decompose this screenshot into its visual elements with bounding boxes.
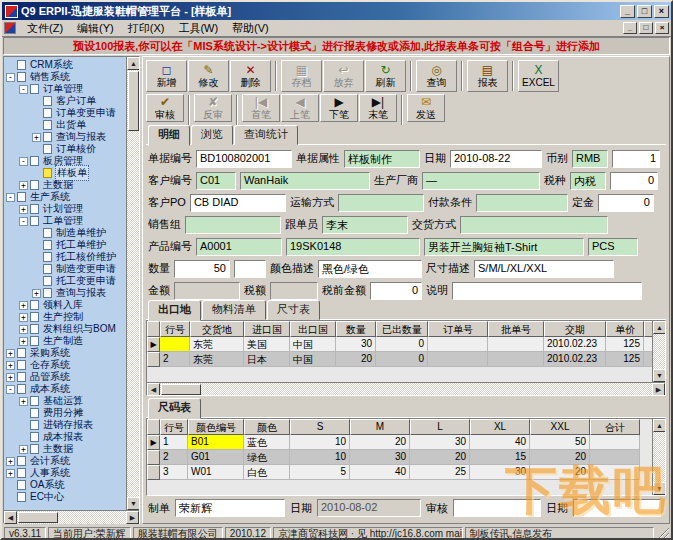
new-button[interactable]: ◻新增	[146, 60, 187, 92]
grid-cell[interactable]: 0	[644, 352, 652, 367]
field-input[interactable]: 李末	[322, 216, 408, 234]
grid-cell[interactable]: 5	[290, 465, 350, 480]
grid-cell[interactable]: 15	[470, 450, 530, 465]
collapse-icon[interactable]: -	[19, 85, 28, 94]
report-button[interactable]: ▤报表	[467, 60, 508, 92]
column-header-交货地[interactable]: 交货地	[190, 321, 244, 337]
column-header-交期[interactable]: 交期	[544, 321, 606, 337]
grid-vertical-scrollbar[interactable]: ▲▼	[652, 321, 665, 382]
grid-cell[interactable]	[488, 337, 544, 352]
grid-cell[interactable]: 1	[160, 435, 188, 450]
expand-icon[interactable]: +	[19, 397, 28, 406]
tab-明细[interactable]: 明细	[148, 125, 190, 146]
menu-item-编辑(Y)[interactable]: 编辑(Y)	[70, 20, 121, 37]
child-restore-button[interactable]: □	[639, 22, 653, 34]
scroll-thumb[interactable]	[18, 512, 58, 523]
menu-item-工具(W)[interactable]: 工具(W)	[171, 20, 225, 37]
field-input[interactable]: PCS	[588, 238, 638, 256]
grid-cell[interactable]: W01	[188, 465, 244, 480]
expand-icon[interactable]: +	[19, 445, 28, 454]
scroll-right-icon[interactable]: ▶	[652, 383, 665, 396]
column-header-出口国[interactable]: 出口国	[290, 321, 336, 337]
collapse-icon[interactable]: -	[6, 193, 15, 202]
collapse-icon[interactable]: -	[19, 217, 28, 226]
grid-cell[interactable]: 40	[470, 435, 530, 450]
expand-icon[interactable]: +	[19, 325, 28, 334]
menu-item-帮助(V)[interactable]: 帮助(V)	[225, 20, 276, 37]
column-header-已出数量[interactable]: 已出数量	[376, 321, 428, 337]
field-input[interactable]	[476, 194, 568, 212]
grid-cell[interactable]	[160, 337, 190, 352]
grid-cell[interactable]: 中国	[290, 337, 336, 352]
field-input[interactable]: 1	[612, 150, 660, 168]
next-button[interactable]: ▶下笔	[320, 94, 358, 122]
field-input[interactable]	[338, 194, 424, 212]
delete-button[interactable]: ✕删除	[230, 60, 271, 92]
grid-cell[interactable]: 美国	[244, 337, 290, 352]
column-header-行号[interactable]: 行号	[160, 419, 188, 435]
field-input[interactable]	[174, 282, 240, 300]
column-header-单价[interactable]: 单价	[606, 321, 644, 337]
column-header-L[interactable]: L	[410, 419, 470, 435]
field-input[interactable]: WanHaik	[240, 172, 370, 190]
tree-horizontal-scrollbar[interactable]: ◀ ▶	[4, 510, 139, 523]
tab-出口地[interactable]: 出口地	[148, 300, 201, 321]
grid-cell[interactable]: 东莞	[190, 337, 244, 352]
table-row[interactable]: 2东莞日本中国2002010.02.231250	[147, 352, 652, 367]
grid-cell[interactable]: 30	[470, 465, 530, 480]
grid-cell[interactable]: 3	[160, 465, 188, 480]
grid-cell[interactable]: 25	[410, 465, 470, 480]
scroll-thumb[interactable]	[128, 71, 139, 131]
expand-icon[interactable]: +	[6, 349, 15, 358]
tree-vertical-scrollbar[interactable]: ▲ ▼	[126, 57, 139, 510]
excel-button[interactable]: XEXCEL	[518, 60, 559, 92]
title-bar[interactable]: Q9 ERPII-迅捷服装鞋帽管理平台 - [样板单] _ □ ×	[2, 2, 671, 20]
grid-cell[interactable]: 中国	[290, 352, 336, 367]
scroll-down-icon[interactable]: ▼	[653, 369, 665, 382]
menu-item-文件(Z)[interactable]: 文件(Z)	[20, 20, 70, 37]
grid-cell[interactable]: 20	[350, 435, 410, 450]
table-row[interactable]: 3W01白色540253020	[147, 465, 652, 480]
grid-horizontal-scrollbar[interactable]: ◀▶	[147, 382, 665, 395]
expand-icon[interactable]: +	[6, 469, 15, 478]
expand-icon[interactable]: +	[6, 361, 15, 370]
row-selector[interactable]	[147, 450, 160, 465]
grid-cell[interactable]: 蓝色	[244, 435, 290, 450]
table-row[interactable]: 2G01绿色1030201520	[147, 450, 652, 465]
grid-cell[interactable]: 10	[290, 450, 350, 465]
field-input[interactable]: RMB	[572, 150, 608, 168]
grid-cell[interactable]: 日本	[244, 352, 290, 367]
scroll-up-icon[interactable]: ▲	[127, 57, 139, 70]
minimize-button[interactable]: _	[620, 5, 635, 18]
expand-icon[interactable]: +	[6, 373, 15, 382]
field-input[interactable]: 2010-08-22	[450, 150, 542, 168]
footer-field-日期[interactable]: 2010-08-02	[317, 499, 421, 517]
grid-cell[interactable]: 30	[336, 337, 376, 352]
current-row-marker[interactable]: ▶	[147, 337, 160, 352]
column-header-M[interactable]: M	[350, 419, 410, 435]
table-row[interactable]: ▶1B01蓝色1020304050	[147, 435, 652, 450]
grid-cell[interactable]	[590, 450, 640, 465]
grid-cell[interactable]: 40	[350, 465, 410, 480]
send-button[interactable]: ✉发送	[407, 94, 445, 122]
last-button[interactable]: ▶|末笔	[359, 94, 397, 122]
sidebar-item-人事系统[interactable]: +人事系统	[6, 467, 126, 479]
grid-cell[interactable]: 50	[530, 435, 590, 450]
field-input[interactable]: S/M/L/XL/XXL	[474, 260, 614, 278]
grid-cell[interactable]	[590, 435, 640, 450]
grid-cell[interactable]: 20	[336, 352, 376, 367]
expand-icon[interactable]: +	[19, 313, 28, 322]
scroll-right-icon[interactable]: ▶	[126, 511, 139, 524]
footer-field-审核[interactable]	[453, 499, 541, 517]
field-input[interactable]: 内税	[570, 172, 606, 190]
collapse-icon[interactable]: -	[6, 385, 15, 394]
query-button[interactable]: ◎查询	[416, 60, 457, 92]
refresh-button[interactable]: ↻刷新	[365, 60, 406, 92]
field-input[interactable]: 19SK0148	[286, 238, 420, 256]
audit-button[interactable]: ✔审核	[146, 94, 184, 122]
field-input[interactable]: C01	[196, 172, 236, 190]
grid-cell[interactable]: 20	[410, 450, 470, 465]
grid-cell[interactable]: 20	[530, 465, 590, 480]
column-header-金额[interactable]: 金额	[644, 321, 652, 337]
tab-浏览[interactable]: 浏览	[191, 125, 233, 145]
